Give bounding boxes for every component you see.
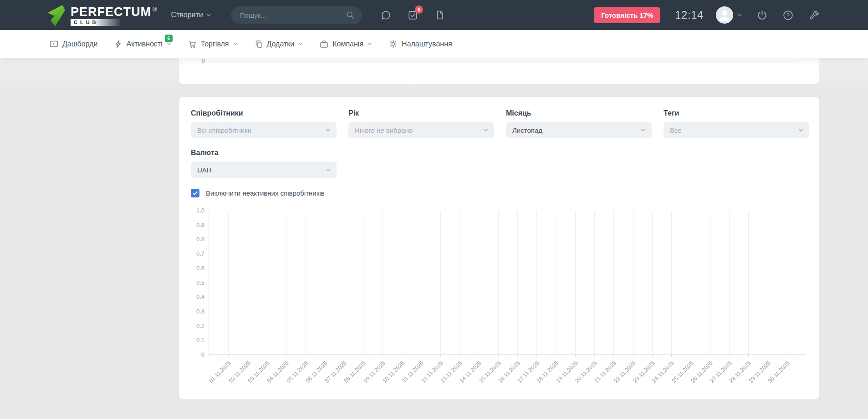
plot-area xyxy=(209,211,806,355)
x-axis-tick xyxy=(748,355,749,357)
chevron-down-icon xyxy=(233,42,238,45)
y-axis-tick-label: 0.1 xyxy=(179,337,204,343)
chevron-down-icon xyxy=(206,14,211,17)
x-axis-tick xyxy=(652,355,653,357)
chevron-down-icon xyxy=(326,168,331,172)
y-axis-tick-label: 0.2 xyxy=(179,323,204,329)
search-icon[interactable] xyxy=(346,10,355,20)
nav-item-settings[interactable]: Налаштування xyxy=(389,40,452,48)
create-button[interactable]: Створити xyxy=(171,11,211,19)
document-icon xyxy=(434,10,445,20)
gridline xyxy=(267,211,267,354)
gridline xyxy=(594,211,595,354)
chevron-down-icon xyxy=(641,129,646,132)
nav-item-activities[interactable]: Активності 6 xyxy=(114,40,171,48)
x-axis-tick xyxy=(209,355,209,357)
search-input[interactable] xyxy=(240,11,346,19)
x-axis-tick xyxy=(228,355,229,357)
gridline xyxy=(787,211,787,354)
filter-year: Рік Нічого не вибрано xyxy=(348,109,494,138)
briefcase-icon xyxy=(320,40,328,48)
gridline xyxy=(325,211,325,354)
y-axis-tick-label: 0.8 xyxy=(179,236,204,242)
x-axis-tick xyxy=(691,355,691,357)
x-axis-tick xyxy=(729,355,730,357)
chat-icon xyxy=(380,10,392,21)
chevron-down-icon xyxy=(368,42,372,45)
search-bar xyxy=(231,6,362,24)
x-axis-tick xyxy=(421,355,421,357)
chevron-down-icon xyxy=(326,129,331,132)
wrench-icon xyxy=(808,10,820,21)
x-axis-tick xyxy=(479,355,479,357)
employees-select[interactable]: Всі співробітники xyxy=(191,122,337,138)
x-axis-tick xyxy=(325,355,325,357)
x-axis-tick xyxy=(594,355,595,357)
gridline xyxy=(306,211,306,354)
x-axis-tick xyxy=(633,355,633,357)
nav-item-trade[interactable]: Торгівля xyxy=(188,40,238,48)
gridline xyxy=(536,211,537,354)
filter-label: Валюта xyxy=(191,149,337,157)
tags-select[interactable]: Все xyxy=(664,122,809,138)
checkbox-checked[interactable] xyxy=(191,189,199,197)
y-axis-tick-label: 0.7 xyxy=(179,250,204,257)
content-area: 0 Співробітники Всі співробітники Рік Ні… xyxy=(0,58,868,419)
chevron-down-icon xyxy=(298,42,303,45)
x-axis-tick xyxy=(383,355,383,357)
gridline xyxy=(729,211,730,354)
x-axis-tick xyxy=(344,355,344,357)
documents-button[interactable] xyxy=(434,9,446,21)
chat-button[interactable] xyxy=(380,9,392,21)
currency-select[interactable]: UAH xyxy=(191,162,337,178)
x-axis-tick xyxy=(575,355,576,357)
dashboard-icon xyxy=(50,40,58,48)
filter-label: Співробітники xyxy=(191,109,337,117)
nav-item-dashboards[interactable]: Дашборди xyxy=(50,40,97,48)
lightning-icon xyxy=(114,40,122,48)
x-axis-tick xyxy=(440,355,441,357)
logout-button[interactable] xyxy=(756,9,768,21)
nav-item-apps[interactable]: Додатки xyxy=(255,40,303,48)
x-axis-tick xyxy=(498,355,499,357)
x-axis-tick xyxy=(536,355,537,357)
help-button[interactable]: ? xyxy=(782,9,794,21)
gridline xyxy=(633,211,633,354)
activities-badge: 6 xyxy=(165,35,173,42)
tools-button[interactable] xyxy=(808,9,820,21)
x-axis-tick xyxy=(267,355,267,357)
gridline xyxy=(498,211,499,354)
filter-label: Місяць xyxy=(506,109,652,117)
month-select[interactable]: Листопад xyxy=(506,122,652,138)
gridline xyxy=(440,211,441,354)
x-axis-tick xyxy=(363,355,363,357)
filter-label: Рік xyxy=(348,109,494,117)
x-axis-tick xyxy=(306,355,306,357)
axis-line xyxy=(209,61,796,61)
y-axis-tick-label: 0.4 xyxy=(179,293,204,300)
nav-item-company[interactable]: Компанія xyxy=(320,40,372,48)
filter-currency: Валюта UAH xyxy=(191,149,337,178)
gridline xyxy=(344,211,344,354)
year-select[interactable]: Нічого не вибрано xyxy=(348,122,494,138)
gridline xyxy=(748,211,749,354)
check-icon xyxy=(193,191,198,195)
svg-text:?: ? xyxy=(786,12,790,19)
x-axis-tick xyxy=(248,355,248,357)
gear-icon xyxy=(389,40,398,48)
brand-logo[interactable]: PERFECTUM® CLUB xyxy=(47,4,158,26)
filter-employees: Співробітники Всі співробітники xyxy=(191,109,337,138)
x-axis-tick xyxy=(517,355,518,357)
gridline xyxy=(286,211,286,354)
user-menu[interactable] xyxy=(716,6,742,24)
gridline xyxy=(652,211,653,354)
avatar xyxy=(716,6,733,24)
x-axis-tick xyxy=(768,355,768,357)
readiness-button[interactable]: Готовність 17% xyxy=(594,7,660,23)
gridline xyxy=(517,211,518,354)
chevron-down-icon xyxy=(167,42,171,45)
exclude-inactive-toggle[interactable]: Виключити неактивних співробітників xyxy=(191,189,325,197)
tasks-button[interactable]: 6 xyxy=(407,9,419,21)
filters-grid: Співробітники Всі співробітники Рік Нічо… xyxy=(191,109,809,178)
gridline xyxy=(228,211,229,354)
